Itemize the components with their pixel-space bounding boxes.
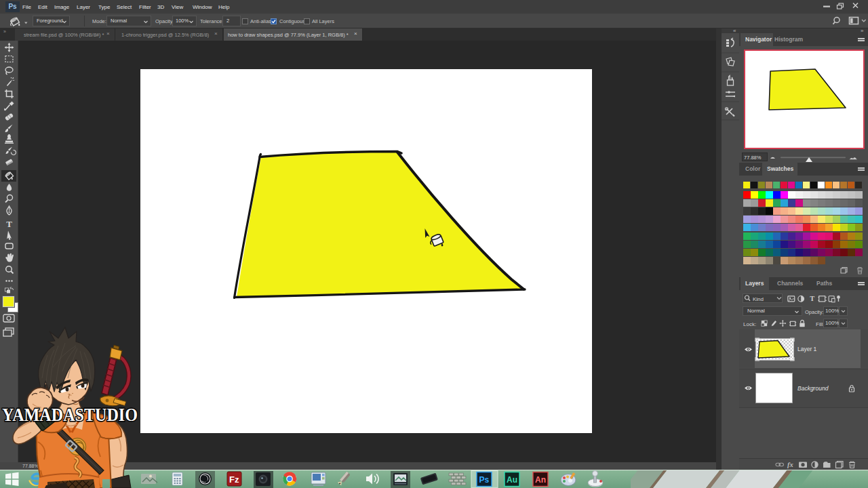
- svg-text:T: T: [810, 295, 814, 302]
- svg-text:T: T: [6, 219, 12, 229]
- svg-text:An: An: [535, 475, 546, 485]
- svg-text:Ps: Ps: [479, 475, 490, 485]
- svg-text:YAMADASTUDIO: YAMADASTUDIO: [2, 405, 138, 425]
- svg-text:Fz: Fz: [229, 474, 239, 485]
- svg-text:fx: fx: [787, 461, 793, 468]
- svg-text:Au: Au: [507, 475, 517, 485]
